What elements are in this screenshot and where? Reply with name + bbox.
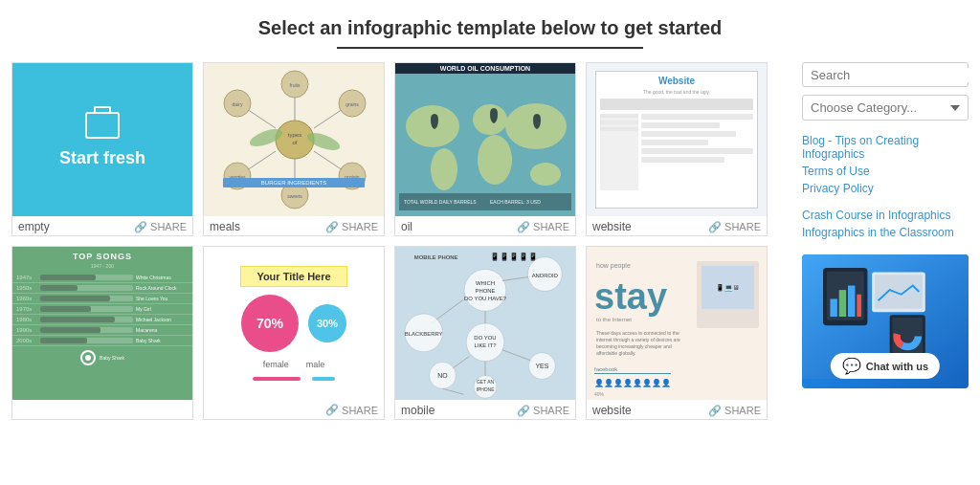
male-bar xyxy=(312,377,335,381)
template-name-facebook: website xyxy=(592,404,632,417)
card-image-website-top: Website The good, the bad and the ugly. xyxy=(587,63,767,216)
svg-text:TOTAL WORLD DAILY BARRELS: TOTAL WORLD DAILY BARRELS xyxy=(404,199,477,205)
mobile-flowchart-svg: MOBILE PHONE 📱📱📱📱📱 WHICH PHONE DO YOU HA… xyxy=(395,247,575,400)
share-icon-empty: 🔗 xyxy=(134,221,147,233)
svg-text:of: of xyxy=(292,140,297,145)
share-link-meals[interactable]: 🔗 SHARE xyxy=(325,221,378,233)
topsongs-dot: Baby Shark xyxy=(12,350,192,365)
page-title: Select an infographic template below to … xyxy=(0,0,980,47)
gender-labels: female male xyxy=(263,360,325,369)
svg-text:DO YOU: DO YOU xyxy=(474,335,496,341)
share-icon-oil: 🔗 xyxy=(517,221,530,233)
svg-text:fruits: fruits xyxy=(290,82,301,88)
start-fresh-bg: Start fresh xyxy=(12,63,192,216)
template-name-mobile: mobile xyxy=(401,404,434,417)
website-bg: Website The good, the bad and the ugly. xyxy=(587,63,767,216)
svg-text:👤👤👤👤👤👤👤👤: 👤👤👤👤👤👤👤👤 xyxy=(594,378,671,387)
female-bar xyxy=(253,377,301,381)
svg-text:grains: grains xyxy=(345,101,359,107)
svg-point-26 xyxy=(473,104,507,135)
share-link-facebook[interactable]: 🔗 SHARE xyxy=(708,405,761,417)
topsongs-title: TOP SONGS xyxy=(12,247,192,263)
category-select[interactable]: Choose Category... xyxy=(802,95,969,121)
svg-text:internet through a variety of : internet through a variety of devices ar… xyxy=(596,337,680,342)
template-card-meals[interactable]: types of fruits dairy grains xyxy=(203,62,385,236)
sidebar-divider xyxy=(802,199,969,209)
template-card-facebook[interactable]: how people stay to the Internet These da… xyxy=(586,246,768,420)
card-image-facebook: how people stay to the Internet These da… xyxy=(587,247,767,400)
svg-text:stay: stay xyxy=(594,276,667,317)
oil-title-bar: WORLD OIL CONSUMPTION xyxy=(395,63,575,74)
card-label-topsongs xyxy=(12,400,192,406)
share-link-website-top[interactable]: 🔗 SHARE xyxy=(708,221,761,233)
chat-button[interactable]: 💬 Chat with us xyxy=(831,353,940,379)
sidebar: Choose Category... Blog - Tips on Creati… xyxy=(787,62,969,420)
gender-icons: 70% 30% xyxy=(241,295,346,352)
topsongs-row-7: 2000s Baby Shark xyxy=(12,336,192,346)
share-link-empty[interactable]: 🔗 SHARE xyxy=(134,221,187,233)
sidebar-link-classroom[interactable]: Infographics in the Classroom xyxy=(802,226,969,239)
share-link-titlehere[interactable]: 🔗 SHARE xyxy=(325,404,378,416)
svg-text:dairy: dairy xyxy=(233,101,243,107)
sidebar-link-blog[interactable]: Blog - Tips on Creating Infographics xyxy=(802,134,969,161)
female-label: female xyxy=(263,360,289,369)
svg-rect-84 xyxy=(848,286,855,318)
meals-svg: types of fruits dairy grains xyxy=(204,63,384,216)
svg-text:📱💻🖥: 📱💻🖥 xyxy=(716,283,740,292)
svg-text:ANDROID: ANDROID xyxy=(532,273,558,278)
card-label-mobile: mobile 🔗 SHARE xyxy=(395,400,575,419)
svg-line-9 xyxy=(314,109,343,128)
svg-point-25 xyxy=(431,148,457,190)
male-label: male xyxy=(306,360,325,369)
share-link-mobile[interactable]: 🔗 SHARE xyxy=(517,405,569,417)
sidebar-link-crash-course[interactable]: Crash Course in Infographics xyxy=(802,209,969,222)
sidebar-link-privacy[interactable]: Privacy Policy xyxy=(802,182,969,195)
template-card-titlehere[interactable]: Your Title Here 70% 30% female male xyxy=(203,246,385,420)
search-box[interactable] xyxy=(802,62,969,87)
sidebar-link-terms[interactable]: Terms of Use xyxy=(802,165,969,178)
gender-bars xyxy=(253,377,335,381)
circle-30: 30% xyxy=(308,304,346,342)
ad-banner: 💬 Chat with us xyxy=(802,254,969,388)
template-name-oil: oil xyxy=(401,220,412,233)
template-card-topsongs[interactable]: TOP SONGS 1947 - 200 1947s White Christm… xyxy=(11,246,193,420)
facebook-svg: how people stay to the Internet These da… xyxy=(587,247,767,400)
card-label-meals: meals 🔗 SHARE xyxy=(204,216,384,235)
svg-text:40%: 40% xyxy=(594,391,605,397)
meals-banner: BURGER INGREDIENTS xyxy=(223,178,365,187)
card-image-oil: WORLD OIL CONSUMPTION xyxy=(395,63,575,216)
chat-label: Chat with us xyxy=(866,361,928,372)
meals-bg: types of fruits dairy grains xyxy=(204,63,384,216)
svg-text:types: types xyxy=(288,132,301,138)
svg-text:to the Internet: to the Internet xyxy=(596,317,632,322)
title-underline xyxy=(337,47,643,49)
template-card-mobile[interactable]: MOBILE PHONE 📱📱📱📱📱 WHICH PHONE DO YOU HA… xyxy=(394,246,576,420)
share-icon-titlehere: 🔗 xyxy=(325,404,339,416)
svg-line-15 xyxy=(247,151,276,170)
template-card-website-top[interactable]: Website The good, the bad and the ugly. xyxy=(586,62,768,236)
start-fresh-label: Start fresh xyxy=(59,148,145,168)
template-name-meals: meals xyxy=(210,220,240,233)
svg-line-6 xyxy=(247,109,276,128)
facebook-bg: how people stay to the Internet These da… xyxy=(587,247,767,400)
svg-text:WHICH: WHICH xyxy=(476,280,495,286)
share-icon-mobile: 🔗 xyxy=(517,405,530,417)
topsongs-year-range: 1947 - 200 xyxy=(12,263,192,269)
search-input[interactable] xyxy=(811,68,971,82)
share-icon-meals: 🔗 xyxy=(325,221,339,233)
card-label-facebook: website 🔗 SHARE xyxy=(587,400,767,419)
oil-map-svg: TOTAL WORLD DAILY BARRELS EACH BARREL: 3… xyxy=(395,74,575,212)
svg-rect-83 xyxy=(839,290,846,317)
svg-text:affordable globally.: affordable globally. xyxy=(596,350,636,356)
svg-point-27 xyxy=(478,135,512,185)
card-image-empty: Start fresh xyxy=(12,63,192,216)
template-card-oil[interactable]: WORLD OIL CONSUMPTION xyxy=(394,62,576,236)
svg-text:how people: how people xyxy=(596,262,631,270)
template-card-empty[interactable]: Start fresh empty 🔗 SHARE xyxy=(11,62,193,236)
svg-text:LIKE IT?: LIKE IT? xyxy=(474,342,497,348)
card-image-titlehere: Your Title Here 70% 30% female male xyxy=(204,247,384,400)
card-image-topsongs: TOP SONGS 1947 - 200 1947s White Christm… xyxy=(12,247,192,400)
svg-rect-82 xyxy=(830,298,836,317)
share-link-oil[interactable]: 🔗 SHARE xyxy=(517,221,569,233)
page-container: Select an infographic template below to … xyxy=(0,0,980,420)
